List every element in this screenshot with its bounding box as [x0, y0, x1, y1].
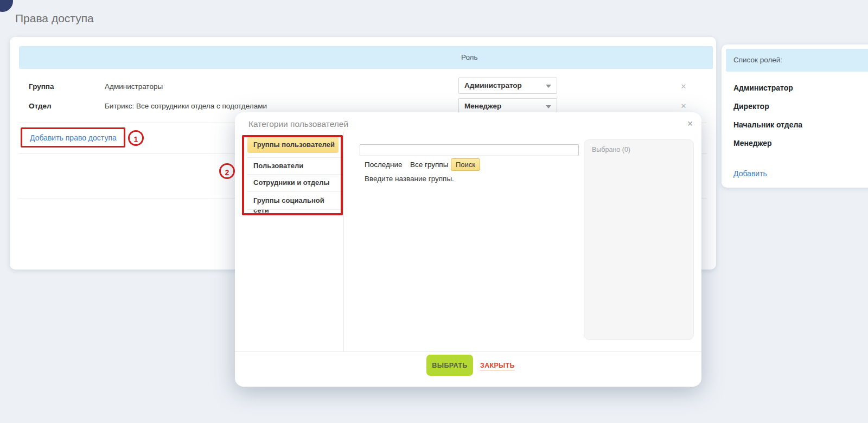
roles-header-band: Список ролей: [726, 49, 868, 72]
role-select-value: Администратор [464, 78, 522, 93]
page-root: Права доступа Роль Группа Администраторы… [0, 0, 868, 423]
user-categories-modal: Категории пользователей ✕ Группы пользов… [235, 112, 701, 387]
annotation-step2-badge: 2 [219, 163, 235, 179]
divider [235, 351, 701, 352]
selected-items-panel: Выбрано (0) [584, 139, 694, 340]
table-header-band: Роль [19, 46, 713, 69]
category-item-social-groups[interactable]: Группы социальной сети [247, 196, 341, 215]
row-type-label-group: Группа [29, 82, 54, 91]
close-button[interactable]: ЗАКРЫТЬ [480, 361, 515, 370]
annotation-step1-badge: 1 [128, 130, 144, 146]
page-title: Права доступа [15, 12, 94, 25]
tab-recent[interactable]: Последние [365, 160, 402, 169]
sidebar-divider [343, 132, 344, 351]
role-item-manager[interactable]: Менеджер [733, 139, 772, 148]
role-item-head-of-department[interactable]: Начальник отдела [733, 120, 802, 130]
tab-search[interactable]: Поиск [451, 158, 480, 171]
row-subject-group: Администраторы [105, 82, 163, 91]
category-item-employees-departments[interactable]: Сотрудники и отделы [247, 178, 341, 188]
role-select-value: Менеджер [464, 99, 501, 114]
select-button[interactable]: ВЫБРАТЬ [426, 355, 473, 376]
role-item-administrator[interactable]: Администратор [733, 84, 793, 93]
role-item-director[interactable]: Директор [733, 102, 769, 111]
divider [247, 174, 341, 175]
tab-all-groups[interactable]: Все группы [410, 160, 448, 169]
chevron-down-icon [546, 85, 551, 88]
remove-row-icon[interactable]: ✕ [678, 82, 689, 91]
modal-close-icon[interactable]: ✕ [684, 118, 696, 129]
add-role-link[interactable]: Добавить [733, 169, 767, 178]
divider [247, 191, 341, 192]
modal-title: Категории пользователей [248, 119, 348, 129]
row-type-label-department: Отдел [29, 102, 52, 111]
roles-list-panel: Список ролей: Администратор Директор Нач… [722, 44, 868, 188]
divider [247, 157, 341, 158]
divider [247, 209, 341, 210]
role-select-group[interactable]: Администратор [458, 78, 557, 94]
category-item-user-groups[interactable]: Группы пользователей [247, 137, 339, 153]
search-hint-text: Введите название группы. [365, 174, 454, 184]
chevron-down-icon [546, 105, 551, 108]
selected-count-label: Выбрано (0) [592, 146, 630, 153]
corner-decoration [0, 0, 13, 12]
category-item-users[interactable]: Пользователи [247, 161, 341, 171]
remove-row-icon[interactable]: ✕ [678, 102, 689, 111]
add-access-right-link[interactable]: Добавить право доступа [30, 133, 117, 142]
roles-list-title: Список ролей: [733, 49, 782, 72]
row-subject-department: Битрикс: Все сотрудники отдела с подотде… [105, 102, 267, 111]
group-search-input[interactable] [360, 144, 579, 156]
role-column-header: Роль [461, 46, 478, 69]
